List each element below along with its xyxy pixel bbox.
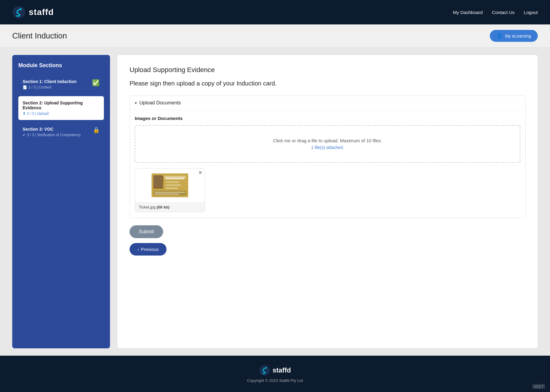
sidebar: Module Sections Section 1: Client Induct… [12, 55, 110, 348]
chevron-left-icon: ‹ [138, 247, 139, 252]
images-label: Images or Documents [135, 116, 520, 121]
nav-logout[interactable]: Logout [524, 10, 538, 15]
section3-lock-icon: 🔒 [93, 127, 100, 133]
previous-button[interactable]: ‹ Previous [130, 243, 167, 256]
footer-copyright: Copyright © 2023 Staffd Pty Ltd [6, 378, 544, 383]
section2-header: Section 2: Upload Supporting Evidence ⬆ … [23, 100, 100, 116]
section1-sub: 📄 1 / 3 | Content [23, 85, 77, 89]
nav-links: My Dashboard Contact Us Logout [453, 10, 538, 15]
submit-button[interactable]: Submit [130, 225, 163, 238]
id-card-thumbnail [152, 173, 188, 197]
svg-rect-8 [166, 184, 181, 186]
logo-area: staffd [12, 5, 54, 19]
svg-point-5 [156, 178, 161, 183]
section2-sub-icon: ⬆ [23, 111, 26, 116]
svg-rect-7 [166, 181, 179, 183]
page-title: Client Induction [12, 31, 67, 41]
file-name-bar: Ticket.jpg (66 kb) [135, 202, 205, 212]
version-badge: v3.6.7 [532, 384, 545, 389]
logo-text: staffd [29, 7, 54, 17]
main-content: Module Sections Section 1: Client Induct… [0, 48, 550, 356]
section2-name: Section 2: Upload Supporting Evidence [23, 100, 100, 110]
id-card-svg [152, 173, 188, 197]
section1-status-icon: ✅ [92, 79, 100, 86]
footer-logo: staffd [6, 365, 544, 376]
svg-rect-9 [166, 187, 178, 189]
sidebar-section-1[interactable]: Section 1: Client Induction 📄 1 / 3 | Co… [18, 75, 104, 94]
file-size: (66 kb) [157, 205, 170, 209]
section3-sub-icon: ✔ [23, 133, 26, 137]
my-elearning-button[interactable]: 👤 My eLearning [490, 30, 538, 42]
sidebar-section-3[interactable]: Section 3: VOC ✔ 3 / 3 | Verification of… [18, 122, 104, 141]
file-preview-card: ✕ Ticket.jpg (66 kb) [135, 168, 205, 212]
file-preview-image-area: ✕ [135, 169, 205, 202]
panel-title: Upload Supporting Evidence [130, 66, 526, 74]
svg-rect-3 [153, 176, 163, 189]
upload-documents-section: ▾ Upload Documents Images or Documents C… [130, 96, 526, 218]
section3-header: Section 3: VOC ✔ 3 / 3 | Verification of… [23, 127, 100, 137]
svg-point-14 [266, 367, 267, 368]
page-header: Client Induction 👤 My eLearning [0, 24, 550, 48]
drop-zone-attached: 1 file(s) attached. [141, 145, 514, 150]
svg-rect-4 [153, 176, 163, 182]
button-row: Submit ‹ Previous [130, 225, 526, 256]
section2-info: Section 2: Upload Supporting Evidence ⬆ … [23, 100, 100, 116]
svg-rect-11 [155, 192, 185, 193]
sidebar-section-2[interactable]: Section 2: Upload Supporting Evidence ⬆ … [18, 96, 104, 120]
header: staffd My Dashboard Contact Us Logout [0, 0, 550, 24]
nav-contact[interactable]: Contact Us [492, 10, 515, 15]
file-drop-zone[interactable]: Click me or drag a file to upload. Maxim… [135, 125, 520, 163]
section2-sub: ⬆ 2 / 3 | Upload [23, 111, 100, 116]
chevron-down-icon: ▾ [135, 100, 137, 105]
svg-point-0 [13, 6, 25, 19]
person-icon: 👤 [497, 33, 503, 39]
elearning-btn-label: My eLearning [505, 34, 531, 38]
main-panel: Upload Supporting Evidence Please sign t… [117, 55, 538, 348]
upload-section-body: Images or Documents Click me or drag a f… [130, 110, 525, 218]
staffd-logo-icon [12, 5, 26, 19]
section1-info: Section 1: Client Induction 📄 1 / 3 | Co… [23, 79, 77, 89]
section1-header: Section 1: Client Induction 📄 1 / 3 | Co… [23, 79, 100, 89]
section3-sub: ✔ 3 / 3 | Verification of Competency [23, 133, 81, 137]
footer: staffd Copyright © 2023 Staffd Pty Ltd [0, 356, 550, 392]
svg-rect-6 [166, 178, 184, 180]
instruction-text: Please sign then upload a copy of your I… [130, 80, 526, 87]
sidebar-heading: Module Sections [18, 62, 104, 69]
section3-name: Section 3: VOC [23, 127, 81, 132]
svg-point-1 [20, 8, 22, 10]
section1-name: Section 1: Client Induction [23, 79, 77, 84]
drop-zone-text: Click me or drag a file to upload. Maxim… [141, 138, 514, 143]
footer-logo-icon [259, 365, 270, 376]
upload-section-header[interactable]: ▾ Upload Documents [130, 96, 525, 110]
file-name: Ticket.jpg [139, 205, 157, 209]
section3-info: Section 3: VOC ✔ 3 / 3 | Verification of… [23, 127, 81, 137]
svg-point-13 [259, 365, 270, 376]
section1-sub-icon: 📄 [23, 85, 27, 89]
svg-rect-12 [155, 194, 179, 195]
file-close-button[interactable]: ✕ [198, 170, 202, 175]
nav-dashboard[interactable]: My Dashboard [453, 10, 483, 15]
footer-logo-text: staffd [273, 366, 291, 374]
upload-section-label: Upload Documents [139, 100, 181, 106]
